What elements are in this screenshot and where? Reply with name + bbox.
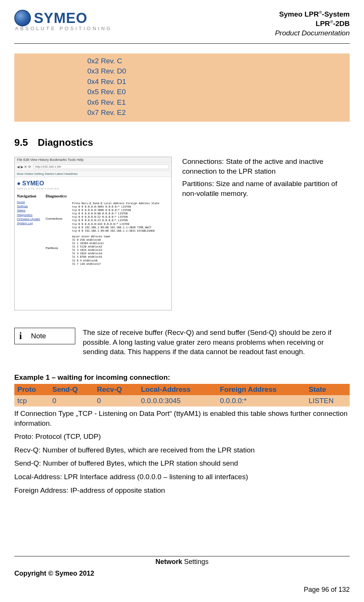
ss-part-row: 31 6 4 mtdblock6 — [72, 259, 110, 263]
ss-conn-row: tcp 0 0 0.0.0.0:3046 0.0.0.0:* LISTEN — [72, 209, 160, 212]
table-header-row: Proto Send-Q Recv-Q Local-Address Foreig… — [14, 384, 350, 395]
ss-tagline: ABSOLUTE POSITIONING — [15, 188, 171, 191]
logo-tagline: ABSOLUTE POSITIONING — [15, 26, 112, 31]
ss-toolbar: ◀ ▶ ✕ ⟳ http://192.168.1.99/ — [15, 163, 171, 171]
para-sendq: Send-Q: Number of buffered Bytes, which … — [14, 458, 350, 468]
diagnostics-screenshot: File Edit View History Bookmarks Tools H… — [14, 157, 172, 310]
revision-box: 0x2 Rev. C 0x3 Rev. D0 0x4 Rev. D1 0x5 R… — [14, 53, 350, 122]
rev-item: 0x5 Rev. E0 — [87, 87, 126, 97]
ss-nav-link: Status — [17, 208, 42, 212]
hdr-line1a: Symeo LPR — [279, 10, 319, 18]
revision-list: 0x2 Rev. C 0x3 Rev. D0 0x4 Rev. D1 0x5 R… — [87, 56, 126, 118]
ss-conn-row: tcp 0 0 0.0.0.0:23 0.0.0.0:* LISTEN — [72, 219, 160, 222]
ss-part-row: 31 1 16384 mtdblock1 — [72, 242, 110, 245]
ss-url: http://192.168.1.99/ — [34, 164, 169, 169]
td-recvq: 0 — [94, 395, 138, 406]
ss-nav-link: Settings — [17, 204, 42, 208]
ss-conn-row: tcp 0 0 0.0.0.0:3045 0.0.0.0:* LISTEN — [72, 205, 160, 209]
example-table: Proto Send-Q Recv-Q Local-Address Foreig… — [14, 384, 350, 406]
td-proto: tcp — [14, 395, 49, 406]
logo-text: SYMEO — [34, 10, 87, 26]
hdr-line1b: -System — [322, 10, 350, 18]
note-label: Note — [31, 332, 46, 340]
footer-center: Network Settings — [14, 558, 350, 566]
info-icon: i — [19, 330, 22, 342]
section-heading: 9.5Diagnostics — [14, 137, 350, 148]
example-heading: Example 1 – waiting for incoming connect… — [14, 373, 350, 382]
footer-page: Page 96 of 132 — [14, 586, 350, 594]
td-foreign: 0.0.0.0:* — [217, 395, 306, 406]
logo-block: SYMEO ABSOLUTE POSITIONING — [14, 10, 112, 31]
ss-conn-row: tcp 0 0 0.0.0.0:80 0.0.0.0:* LISTEN — [72, 212, 160, 215]
ss-conn-table: Proto Recv-Q Send-Q Local Address Foreig… — [72, 202, 160, 233]
hdr-line2a: LPR — [316, 20, 330, 28]
para-conn-type: If Connection Type „TCP - Listening on D… — [14, 409, 350, 428]
rev-item: 0x6 Rev. E1 — [87, 97, 126, 108]
td-local: 0.0.0.0:3045 — [138, 395, 217, 406]
rev-item: 0x3 Rev. D0 — [87, 66, 126, 76]
diag-p1: Connections: State of the active and ina… — [182, 157, 350, 176]
ss-nav-link: Home — [17, 200, 42, 204]
section-title: Diagnostics — [38, 137, 93, 148]
note-box: i Note — [14, 328, 75, 344]
ss-logo: ● SYMEO — [15, 177, 171, 188]
th-state: State — [306, 384, 350, 395]
diagnostics-description: Connections: State of the active and ina… — [182, 157, 350, 202]
footer-center-r: Settings — [182, 558, 209, 565]
logo-icon — [14, 10, 31, 26]
th-proto: Proto — [14, 384, 49, 395]
hdr-line2b: -2DB — [333, 20, 350, 28]
ss-part-row: 31 2 5120 mtdblock2 — [72, 245, 110, 249]
ss-part-table: major minor #blocks name 31 0 256 mtdblo… — [72, 235, 110, 266]
th-sendq: Send-Q — [49, 384, 94, 395]
page-footer: Network Settings Copyright © Symeo 2012 … — [14, 556, 350, 594]
para-proto: Proto: Protocol (TCP, UDP) — [14, 432, 350, 442]
ss-menubar: File Edit View History Bookmarks Tools H… — [15, 157, 171, 163]
td-state: LISTEN — [306, 395, 350, 406]
rev-item: 0x2 Rev. C — [87, 56, 126, 66]
ss-conn-row: tcp 0 0 192.168.1.99:80 192.168.1.1:3031… — [72, 229, 160, 233]
ss-conn-label: Connections — [46, 202, 71, 220]
ss-nav-link: Diagnostics — [17, 213, 42, 217]
ss-part-row: 31 4 1024 mtdblock4 — [72, 252, 110, 255]
ss-diag-head: Diagnostics: — [46, 194, 170, 198]
ss-part-row: 31 0 256 mtdblock0 — [72, 238, 110, 242]
ss-conn-row: tcp 0 0 0.0.0.0:22 0.0.0.0:* LISTEN — [72, 215, 160, 219]
ss-nav: Navigation Home Settings Status Diagnost… — [15, 191, 44, 268]
ss-part-row: 31 7 128 mtdblock7 — [72, 263, 110, 266]
hdr-reg2: ® — [330, 20, 333, 24]
ss-part-row: 31 5 8704 mtdblock5 — [72, 255, 110, 259]
header-rule — [14, 43, 350, 44]
rev-item: 0x7 Rev. E2 — [87, 107, 126, 118]
ss-part-header: major minor #blocks name — [72, 235, 110, 238]
hdr-reg1: ® — [319, 10, 322, 15]
ss-logo-text: SYMEO — [22, 180, 44, 186]
footer-copyright: Copyright © Symeo 2012 — [14, 570, 350, 578]
footer-center-b: Network — [155, 558, 182, 565]
page-header: SYMEO ABSOLUTE POSITIONING Symeo LPR®-Sy… — [14, 10, 350, 42]
ss-nav-head: Navigation — [17, 194, 42, 198]
ss-main: Diagnostics: Connections Proto Recv-Q Se… — [44, 191, 171, 268]
ss-bookmarks: Most Visited Getting Started Latest Head… — [15, 171, 171, 177]
section-number: 9.5 — [14, 137, 28, 148]
rev-item: 0x4 Rev. D1 — [87, 76, 126, 87]
header-right: Symeo LPR®-System LPR®-2DB Product Docum… — [275, 10, 350, 38]
table-row: tcp 0 0 0.0.0.0:3045 0.0.0.0:* LISTEN — [14, 395, 350, 406]
ss-conn-header: Proto Recv-Q Send-Q Local Address Foreig… — [72, 202, 160, 205]
para-foreign: Foreign Address: IP-address of opposite … — [14, 486, 350, 495]
ss-nav-icons: ◀ ▶ ✕ ⟳ — [17, 165, 31, 169]
diag-p2: Partitions: Size and name of available p… — [182, 179, 350, 198]
ss-nav-link: Firmware Update — [17, 217, 42, 221]
th-foreign: Foreign Address — [217, 384, 306, 395]
para-local: Local-Address: LPR Interface address (0.… — [14, 472, 350, 482]
ss-conn-row: tcp 0 0 0.0.0.0:443 0.0.0.0:* LISTEN — [72, 223, 160, 226]
ss-part-label: Partitions — [46, 235, 71, 250]
hdr-line3: Product Documentation — [275, 29, 350, 38]
footer-rule — [14, 556, 350, 556]
ss-part-row: 31 3 1024 mtdblock3 — [72, 249, 110, 252]
td-sendq: 0 — [49, 395, 94, 406]
note-text: The size of receive buffer (Recv-Q) and … — [83, 328, 350, 357]
th-recvq: Recv-Q — [94, 384, 138, 395]
ss-conn-row: tcp 0 0 192.168.1.99:80 192.168.1.1:3026… — [72, 226, 160, 229]
th-local: Local-Address — [138, 384, 217, 395]
